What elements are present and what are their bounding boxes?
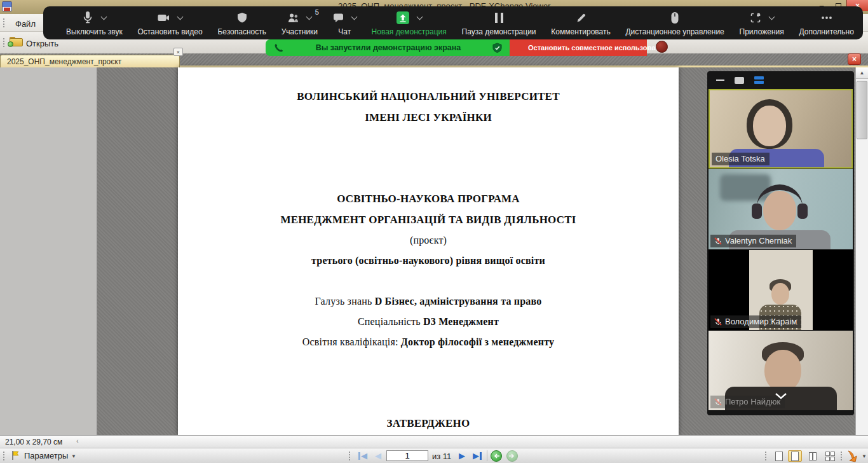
facing-pages-layout-button[interactable]: [806, 450, 820, 462]
open-button[interactable]: Открыть: [26, 39, 58, 48]
doc-field-line: Галузь знань D Бізнес, адміністрування т…: [178, 296, 679, 307]
document-tab[interactable]: 2025_ОНП_менеджмент_проєкт ×: [0, 55, 180, 67]
more-ellipsis-icon: [820, 12, 833, 24]
new-share-button[interactable]: Новая демонстрация: [372, 10, 447, 37]
stop-share-button[interactable]: Остановить совместное использование: [510, 39, 647, 56]
video-tile-volodymyr[interactable]: Володимир Караім: [709, 250, 853, 330]
video-camera-icon: [158, 13, 170, 23]
nav-grip[interactable]: [348, 451, 351, 461]
parameters-dropdown-icon[interactable]: ▼: [71, 453, 76, 459]
flag-icon: [11, 450, 20, 460]
scroll-up-icon: ▲: [860, 70, 865, 76]
share-screen-icon: [397, 11, 409, 24]
mute-button[interactable]: Выключить звук: [66, 10, 123, 37]
previous-page-button[interactable]: ◀: [371, 450, 385, 462]
participants-count-badge: 5: [315, 8, 319, 16]
first-page-button[interactable]: ◀: [356, 450, 370, 462]
video-options-chevron-icon[interactable]: [177, 13, 184, 20]
pause-share-button[interactable]: Пауза демонстрации: [462, 10, 536, 37]
muted-mic-icon: [714, 318, 722, 326]
first-page-bar-icon: [358, 452, 360, 460]
single-page-layout-button[interactable]: [772, 450, 786, 462]
close-document-icon: ×: [852, 55, 857, 64]
panel-minimize-icon[interactable]: [716, 79, 724, 81]
open-folder-icon[interactable]: [10, 37, 23, 46]
menu-grip[interactable]: [3, 18, 5, 28]
pdf-status-bar: 21,00 x 29,70 см ‹: [0, 435, 868, 448]
continuous-layout-button[interactable]: [788, 450, 802, 462]
forward-arrow-icon: [509, 453, 515, 459]
participant-name-label: Olesia Totska: [712, 153, 770, 165]
tools-dropdown-icon[interactable]: ▼: [862, 453, 867, 459]
participants-chevron-icon[interactable]: [306, 13, 312, 20]
stop-video-button[interactable]: Остановить видео: [137, 10, 202, 37]
doc-qualification-line: Освітня кваліфікація: Доктор філософії з…: [178, 336, 679, 348]
mute-options-chevron-icon[interactable]: [101, 13, 107, 20]
page-number-input[interactable]: [386, 450, 428, 461]
next-page-icon: ▶: [459, 452, 465, 460]
doc-approved-line: ЗАТВЕРДЖЕНО: [178, 417, 679, 430]
pdf-page: ВОЛИНСЬКИЙ НАЦІОНАЛЬНИЙ УНІВЕРСИТЕТ ІМЕН…: [178, 67, 679, 435]
pencil-icon: [576, 13, 587, 24]
apps-chevron-icon[interactable]: [768, 13, 775, 20]
doc-program-line2: МЕНЕДЖМЕНТ ОРГАНІЗАЦІЙ ТА ВИДІВ ДІЯЛЬНОС…: [178, 214, 679, 226]
pause-icon: [495, 13, 503, 23]
last-page-icon: ▶: [473, 452, 479, 460]
participants-video-panel: Olesia Totska Valentyn Cherniak: [707, 71, 854, 415]
first-page-icon: ◀: [361, 452, 367, 460]
more-videos-chevron-icon[interactable]: [774, 392, 788, 400]
recording-indicator-icon: [656, 41, 668, 53]
tab-close-button[interactable]: ×: [173, 48, 183, 56]
chat-button[interactable]: Чат: [333, 10, 356, 37]
panel-gallery-view-icon[interactable]: [754, 76, 764, 84]
four-page-layout-button[interactable]: [823, 450, 837, 462]
chat-chevron-icon[interactable]: [351, 13, 357, 20]
params-grip[interactable]: [3, 451, 5, 461]
doc-draft-line: (проєкт): [178, 235, 679, 246]
chat-bubble-icon: [333, 13, 344, 23]
participant-name-label: Володимир Караім: [710, 315, 801, 328]
parameters-button[interactable]: Параметры: [24, 451, 68, 460]
next-page-button[interactable]: ▶: [455, 450, 469, 462]
shield-check-icon: [492, 43, 502, 53]
security-button[interactable]: Безопасность: [217, 10, 266, 37]
apps-button[interactable]: Приложения: [740, 10, 784, 37]
command-bar-grip[interactable]: [3, 38, 5, 48]
phone-icon: [274, 43, 284, 53]
share-options-chevron-icon[interactable]: [416, 13, 423, 20]
pdf-bottom-toolbar: Параметры ▼ ◀ ◀ из 11 ▶ ▶: [0, 448, 868, 463]
close-document-button[interactable]: ×: [848, 53, 861, 65]
vertical-scrollbar[interactable]: ▲: [855, 67, 868, 435]
muted-mic-icon: [714, 398, 722, 406]
remote-control-button[interactable]: Дистанционное управление: [625, 10, 724, 37]
panel-speaker-view-icon[interactable]: [735, 77, 744, 84]
page-size-label: 21,00 x 29,70 см: [5, 438, 62, 446]
history-forward-button[interactable]: [506, 450, 518, 462]
video-tile-olesia[interactable]: Olesia Totska: [709, 89, 853, 169]
participant-name-label: Valentyn Cherniak: [710, 235, 796, 247]
participants-button[interactable]: 5 Участники: [281, 10, 318, 37]
collapse-arrow-icon[interactable]: ‹: [76, 437, 79, 445]
zoom-meeting-toolbar: Выключить звук Остановить видео Безопасн…: [43, 6, 863, 39]
link-tool-icon[interactable]: [846, 450, 860, 462]
scrollbar-thumb[interactable]: [857, 81, 867, 139]
last-page-button[interactable]: ▶: [470, 450, 484, 462]
previous-page-icon: ◀: [375, 452, 381, 460]
tools-grip[interactable]: [840, 451, 843, 461]
history-back-button[interactable]: [491, 450, 502, 462]
document-tab-label: 2025_ОНП_менеджмент_проєкт: [7, 57, 121, 66]
video-tile-valentyn[interactable]: Valentyn Cherniak: [709, 169, 853, 249]
scroll-up-button[interactable]: ▲: [856, 67, 868, 79]
pdf-xchange-app-icon: [2, 1, 12, 11]
more-button[interactable]: Дополнительно: [799, 10, 854, 37]
video-panel-header: [707, 71, 854, 89]
file-menu[interactable]: Файл: [10, 18, 41, 30]
muted-mic-icon: [714, 237, 722, 245]
last-page-bar-icon: [480, 452, 482, 460]
shield-icon: [236, 12, 248, 24]
annotate-button[interactable]: Комментировать: [551, 10, 610, 37]
microphone-icon: [82, 11, 93, 25]
layout-grip[interactable]: [764, 451, 767, 461]
back-arrow-icon: [493, 453, 499, 459]
apps-icon: [750, 12, 761, 24]
